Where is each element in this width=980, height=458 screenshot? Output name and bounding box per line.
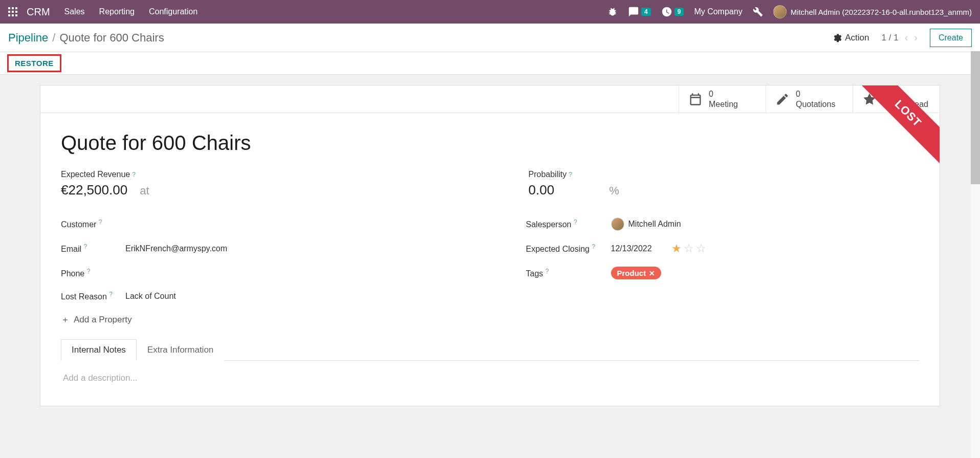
tab-extra-information[interactable]: Extra Information: [137, 339, 224, 361]
tags-value[interactable]: Product ✕: [611, 267, 662, 279]
pager-next[interactable]: ›: [914, 32, 918, 43]
email-value[interactable]: ErikNFrench@armyspy.com: [125, 244, 227, 253]
help-icon[interactable]: ?: [132, 171, 136, 178]
lost-reason-label: Lost Reason ?: [61, 291, 117, 301]
company-switcher[interactable]: My Company: [694, 7, 742, 16]
record-title[interactable]: Quote for 600 Chairs: [61, 132, 919, 155]
salesperson-value[interactable]: Mitchell Admin: [611, 217, 681, 231]
activity-icon[interactable]: 9: [661, 6, 684, 17]
scrollbar-thumb[interactable]: [971, 51, 980, 184]
user-label: Mitchell Admin (20222372-16-0-all.runbot…: [791, 8, 972, 16]
star-2[interactable]: ☆: [684, 242, 694, 255]
calendar-icon: [688, 92, 703, 106]
email-label: Email ?: [61, 243, 117, 254]
stat-quotations[interactable]: 0 Quotations: [766, 85, 853, 113]
stat-meeting-count: 0: [709, 89, 738, 99]
help-icon[interactable]: ?: [87, 268, 91, 275]
help-icon[interactable]: ?: [574, 219, 577, 226]
expected-revenue-value[interactable]: €22,500.00: [61, 182, 127, 198]
topbar: CRM Sales Reporting Configuration 4 9 My…: [0, 0, 980, 24]
priority-stars: ★ ☆ ☆: [671, 242, 706, 255]
breadcrumb-current: Quote for 600 Chairs: [59, 31, 164, 45]
help-icon[interactable]: ?: [569, 171, 572, 178]
breadcrumb-sep: /: [52, 31, 55, 45]
help-icon[interactable]: ?: [99, 219, 102, 226]
stat-meeting[interactable]: 0 Meeting: [679, 85, 766, 113]
form-sheet: LOST 0 Meeting 0 Quotations 1: [40, 85, 940, 406]
bug-icon[interactable]: [607, 7, 618, 17]
stat-bar: 0 Meeting 0 Quotations 1 Similar Lead: [40, 85, 940, 113]
action-button[interactable]: Action: [833, 33, 869, 43]
tag-product: Product ✕: [611, 267, 662, 279]
help-icon[interactable]: ?: [83, 243, 87, 250]
restore-bar: RESTORE: [0, 52, 980, 75]
tag-remove-icon[interactable]: ✕: [649, 269, 655, 277]
tools-icon[interactable]: [753, 7, 763, 17]
edit-icon: [775, 92, 790, 106]
salesperson-label: Salesperson ?: [526, 219, 603, 229]
avatar: [773, 5, 787, 18]
create-button[interactable]: Create: [930, 29, 972, 47]
probability-value[interactable]: 0.00: [529, 182, 555, 198]
tabs: Internal Notes Extra Information: [61, 339, 919, 361]
apps-icon[interactable]: [8, 7, 17, 16]
activity-count: 9: [674, 8, 684, 16]
breadcrumb: Pipeline / Quote for 600 Chairs: [8, 31, 164, 45]
pager-prev[interactable]: ‹: [905, 32, 908, 43]
gear-icon: [833, 33, 842, 42]
expected-closing-value[interactable]: 12/13/2022 ★ ☆ ☆: [611, 242, 706, 255]
probability-label: Probability ?: [529, 170, 920, 179]
expected-closing-label: Expected Closing ?: [526, 243, 603, 254]
plus-icon: ＋: [61, 314, 70, 325]
pager-value: 1 / 1: [882, 33, 899, 43]
pager: 1 / 1 ‹ ›: [882, 32, 918, 43]
nav-reporting[interactable]: Reporting: [99, 7, 135, 16]
add-property-button[interactable]: ＋ Add a Property: [61, 314, 919, 325]
action-label: Action: [845, 33, 869, 43]
help-icon[interactable]: ?: [109, 291, 113, 298]
help-icon[interactable]: ?: [546, 268, 549, 275]
stat-meeting-label: Meeting: [709, 99, 738, 109]
star-3[interactable]: ☆: [696, 242, 706, 255]
messages-icon[interactable]: 4: [628, 6, 651, 17]
star-1[interactable]: ★: [671, 242, 682, 255]
tab-content: Add a description...: [61, 361, 919, 396]
expected-revenue-label: Expected Revenue ?: [61, 170, 452, 179]
breadcrumb-bar: Pipeline / Quote for 600 Chairs Action 1…: [0, 24, 980, 52]
stat-quotations-label: Quotations: [796, 99, 835, 109]
nav-sales[interactable]: Sales: [64, 7, 85, 16]
description-placeholder[interactable]: Add a description...: [63, 373, 917, 383]
tab-internal-notes[interactable]: Internal Notes: [61, 339, 137, 361]
customer-label: Customer ?: [61, 219, 117, 229]
help-icon[interactable]: ?: [592, 243, 595, 250]
messages-count: 4: [641, 8, 651, 16]
avatar: [611, 217, 624, 231]
breadcrumb-root[interactable]: Pipeline: [8, 31, 48, 45]
restore-button[interactable]: RESTORE: [7, 54, 61, 72]
nav-configuration[interactable]: Configuration: [149, 7, 198, 16]
phone-label: Phone ?: [61, 268, 117, 278]
stat-quotations-count: 0: [796, 89, 835, 99]
lost-reason-value[interactable]: Lack of Count: [125, 292, 176, 301]
probability-pct: %: [609, 184, 619, 197]
scrollbar[interactable]: [971, 51, 980, 458]
tags-label: Tags ?: [526, 268, 603, 278]
user-menu[interactable]: Mitchell Admin (20222372-16-0-all.runbot…: [773, 5, 972, 18]
rev-at: at: [140, 184, 149, 198]
brand[interactable]: CRM: [27, 6, 50, 18]
